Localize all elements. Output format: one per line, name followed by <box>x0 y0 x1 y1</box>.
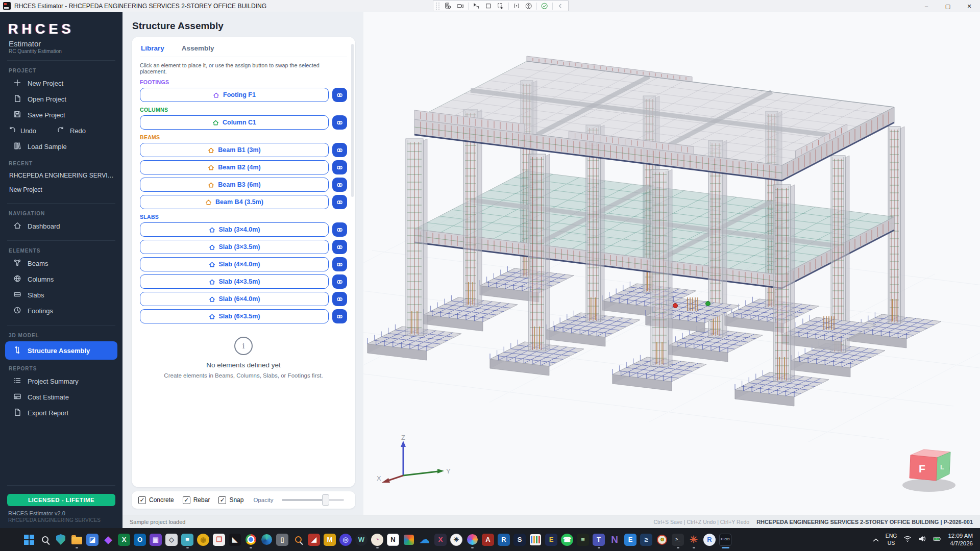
taskbar-icon-maya[interactable]: M <box>323 531 336 548</box>
view-cube-side-label[interactable]: L <box>940 463 944 471</box>
library-item-button[interactable]: Beam B1 (3m) <box>140 143 329 157</box>
taskbar-icon-terminal[interactable]: >_ <box>671 531 684 548</box>
taskbar-icon-paint[interactable]: ◔ <box>371 531 384 548</box>
checkbox-box[interactable]: ✓ <box>218 496 226 504</box>
code-capture-icon[interactable] <box>511 2 522 11</box>
sidebar-item-slabs[interactable]: Slabs <box>0 287 122 303</box>
tray-chevron-up-icon[interactable] <box>873 535 879 544</box>
assign-button[interactable] <box>332 195 347 209</box>
taskbar-icon-coin[interactable]: ◉ <box>197 531 210 548</box>
minimize-button[interactable]: – <box>916 0 937 12</box>
close-button[interactable]: ✕ <box>959 0 980 12</box>
tab-library[interactable]: Library <box>141 44 164 52</box>
sidebar-item-beams[interactable]: Beams <box>0 256 122 271</box>
sidebar-item-footings[interactable]: Footings <box>0 303 122 319</box>
sidebar-item-save-project[interactable]: Save Project <box>0 107 122 123</box>
taskbar-icon-target[interactable] <box>655 531 669 548</box>
sidebar-item-columns[interactable]: Columns <box>0 271 122 287</box>
taskbar-icon-copilot[interactable] <box>465 531 479 548</box>
checkbox-box[interactable]: ✓ <box>183 496 190 504</box>
taskbar-icon-app-purple[interactable]: ▣ <box>149 531 162 548</box>
library-item-button[interactable]: Slab (4×3.5m) <box>140 274 329 289</box>
license-badge[interactable]: LICENSED - LIFETIME <box>7 494 115 506</box>
taskbar-icon-revit[interactable]: R <box>497 531 510 548</box>
taskbar-icon-rhces-app[interactable]: RHCES <box>719 531 732 548</box>
assign-button[interactable] <box>332 178 347 192</box>
taskbar-icon-outlook[interactable]: O <box>133 531 146 548</box>
taskbar-icon-bars-colored[interactable] <box>529 531 542 548</box>
select-window-icon[interactable] <box>495 2 506 11</box>
assign-button[interactable] <box>332 143 347 157</box>
taskbar-icon-search[interactable] <box>38 531 52 548</box>
taskbar-icon-r-circle[interactable]: R <box>703 531 716 548</box>
taskbar-icon-starburst[interactable]: ✳ <box>687 531 700 548</box>
select-region-icon[interactable] <box>471 2 482 11</box>
sidebar-item-project-summary[interactable]: Project Summary <box>0 373 122 389</box>
view-cube-front-label[interactable]: F <box>919 463 925 474</box>
assign-button[interactable] <box>332 115 347 130</box>
taskbar-icon-autodesk[interactable]: ◢ <box>307 531 321 548</box>
sidebar-item-open-project[interactable]: Open Project <box>0 91 122 107</box>
library-item-button[interactable]: Slab (6×3.5m) <box>140 309 329 323</box>
sidebar-item-load-sample[interactable]: Load Sample <box>0 139 122 155</box>
toolbar-grip-icon[interactable] <box>436 3 440 10</box>
assign-button[interactable] <box>332 160 347 174</box>
taskbar-icon-whatsapp[interactable]: ☎ <box>560 531 574 548</box>
taskbar-icon-substance[interactable]: S <box>513 531 526 548</box>
library-item-button[interactable]: Slab (4×4.0m) <box>140 257 329 271</box>
taskbar-icon-notepad[interactable]: ≡ <box>181 531 194 548</box>
taskbar-icon-m365[interactable] <box>402 531 415 548</box>
sidebar-item-redo[interactable]: Redo <box>57 123 86 139</box>
collapse-icon[interactable] <box>555 2 566 11</box>
taskbar-icon-file-explorer[interactable] <box>70 531 83 548</box>
taskbar-icon-chrome[interactable] <box>244 531 257 548</box>
sidebar-item-dashboard[interactable]: Dashboard <box>0 218 122 234</box>
library-item-button[interactable]: Beam B4 (3.5m) <box>140 195 329 209</box>
sidebar-item-cost-estimate[interactable]: Cost Estimate <box>0 389 122 405</box>
assign-button[interactable] <box>332 88 347 102</box>
taskbar-icon-chatgpt[interactable]: ✳ <box>450 531 463 548</box>
opacity-slider-thumb[interactable] <box>322 494 329 506</box>
sidebar-item-structure-assembly[interactable]: Structure Assembly <box>5 341 117 360</box>
library-item-button[interactable]: Column C1 <box>140 115 329 130</box>
recent-project-1[interactable]: RHCEPEDA ENGINEERING SERVICES 2... <box>0 168 122 183</box>
taskbar-icon-phone-link[interactable]: ▯ <box>276 531 289 548</box>
library-item-button[interactable]: Slab (6×4.0m) <box>140 292 329 306</box>
library-item-button[interactable]: Footing F1 <box>140 88 329 102</box>
taskbar-icon-e-blue[interactable]: E <box>624 531 637 548</box>
rectangle-icon[interactable] <box>483 2 494 11</box>
battery-icon[interactable] <box>933 535 941 545</box>
taskbar-icon-powershell[interactable]: ≥ <box>640 531 653 548</box>
screen-record-icon[interactable] <box>455 2 466 11</box>
taskbar-icon-search-orange[interactable] <box>291 531 305 548</box>
taskbar-icon-viewer-3d[interactable]: ◇ <box>165 531 178 548</box>
taskbar-icon-snip-red[interactable]: ❐ <box>212 531 226 548</box>
sidebar-item-export-report[interactable]: Export Report <box>0 405 122 421</box>
library-item-button[interactable]: Slab (3×3.5m) <box>140 240 329 254</box>
library-item-button[interactable]: Beam B3 (6m) <box>140 178 329 192</box>
checkbox-rebar[interactable]: ✓Rebar <box>183 496 210 504</box>
taskbar-icon-e-gold[interactable]: E <box>545 531 558 548</box>
taskbar-icon-xd[interactable]: X <box>434 531 447 548</box>
taskbar-icon-w-app[interactable]: W <box>355 531 368 548</box>
taskbar-icon-edge-swirl[interactable] <box>260 531 273 548</box>
recent-project-2[interactable]: New Project <box>0 183 122 197</box>
assign-button[interactable] <box>332 292 347 306</box>
panel-scrollbar[interactable] <box>351 44 354 197</box>
taskbar-icon-power-apps[interactable]: ◆ <box>102 531 115 548</box>
language-indicator[interactable]: ENGUS <box>886 533 897 546</box>
opacity-slider[interactable] <box>282 499 344 501</box>
assign-button[interactable] <box>332 222 347 237</box>
structure-3d-scene[interactable]: ZYXFL <box>363 12 980 515</box>
checkbox-box[interactable]: ✓ <box>138 496 146 504</box>
sidebar-item-undo[interactable]: Undo <box>0 123 57 139</box>
sidebar-item-new-project[interactable]: New Project <box>0 76 122 91</box>
taskbar-icon-autocad[interactable]: A <box>481 531 495 548</box>
record-steps-icon[interactable] <box>443 2 454 11</box>
checkbox-snap[interactable]: ✓Snap <box>218 496 243 504</box>
assign-button[interactable] <box>332 257 347 271</box>
library-item-button[interactable]: Beam B2 (4m) <box>140 160 329 174</box>
tab-assembly[interactable]: Assembly <box>182 44 214 52</box>
taskbar-icon-planner-dark[interactable]: ≡ <box>576 531 590 548</box>
volume-icon[interactable] <box>918 535 926 545</box>
